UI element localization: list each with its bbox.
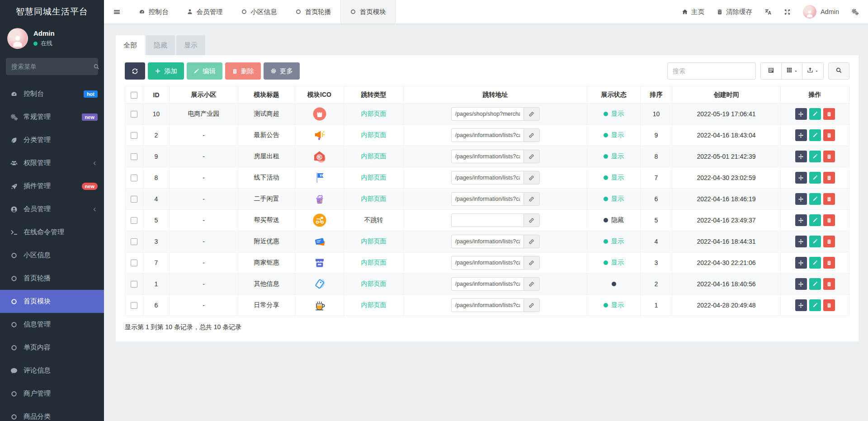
filter-tab-1[interactable]: 隐藏 xyxy=(146,35,175,55)
link-button[interactable] xyxy=(524,192,540,206)
topnav-tab-2[interactable]: 小区信息 xyxy=(232,0,286,24)
sidebar-item-8[interactable]: 首页轮播 xyxy=(0,267,104,290)
sidebar-item-9[interactable]: 首页模块 xyxy=(0,290,104,313)
hamburger-menu-icon[interactable] xyxy=(104,8,130,16)
export-button[interactable] xyxy=(802,63,823,79)
clear-cache-link[interactable]: 清除缓存 xyxy=(717,8,752,16)
table-search-input[interactable] xyxy=(667,62,756,80)
row-checkbox[interactable] xyxy=(131,111,137,118)
topnav-tab-3[interactable]: 首页轮播 xyxy=(286,0,340,24)
row-delete-button[interactable] xyxy=(823,299,835,311)
home-link[interactable]: 主页 xyxy=(682,8,704,16)
row-edit-button[interactable] xyxy=(809,299,821,311)
sidebar-item-0[interactable]: 控制台hot xyxy=(0,82,104,105)
refresh-button[interactable] xyxy=(125,62,145,80)
detail-view-button[interactable] xyxy=(761,63,782,79)
row-checkbox[interactable] xyxy=(131,260,137,266)
fullscreen-icon[interactable] xyxy=(784,9,791,15)
sidebar-item-5[interactable]: 会员管理 xyxy=(0,198,104,221)
topnav-tab-0[interactable]: 控制台 xyxy=(130,0,178,24)
row-delete-button[interactable] xyxy=(823,108,835,120)
row-edit-button[interactable] xyxy=(809,257,821,269)
move-button[interactable] xyxy=(795,278,807,290)
row-edit-button[interactable] xyxy=(809,129,821,141)
link-button[interactable] xyxy=(524,128,540,142)
row-checkbox[interactable] xyxy=(131,217,137,224)
row-edit-button[interactable] xyxy=(809,236,821,247)
row-delete-button[interactable] xyxy=(823,151,835,162)
link-button[interactable] xyxy=(524,298,540,312)
row-checkbox[interactable] xyxy=(131,196,137,203)
search-button[interactable] xyxy=(828,62,849,80)
sidebar-item-2[interactable]: 分类管理 xyxy=(0,128,104,151)
jump-url-input[interactable] xyxy=(451,277,524,291)
move-button[interactable] xyxy=(795,193,807,205)
link-button[interactable] xyxy=(524,171,540,184)
row-checkbox[interactable] xyxy=(131,302,137,309)
more-button[interactable]: 更多 xyxy=(264,62,300,80)
row-edit-button[interactable] xyxy=(809,108,821,120)
filter-tab-2[interactable]: 显示 xyxy=(176,35,205,55)
row-delete-button[interactable] xyxy=(823,172,835,184)
row-delete-button[interactable] xyxy=(823,193,835,205)
row-delete-button[interactable] xyxy=(823,257,835,269)
row-checkbox[interactable] xyxy=(131,132,137,139)
topnav-tab-1[interactable]: 会员管理 xyxy=(178,0,232,24)
edit-button[interactable]: 编辑 xyxy=(187,62,222,80)
add-button[interactable]: 添加 xyxy=(148,62,184,80)
user-menu[interactable]: Admin xyxy=(803,5,839,19)
move-button[interactable] xyxy=(795,108,807,120)
sidebar-item-14[interactable]: 商品分类 xyxy=(0,405,104,421)
jump-url-input[interactable] xyxy=(451,150,524,163)
link-button[interactable] xyxy=(524,256,540,270)
sidebar-item-11[interactable]: 单页内容 xyxy=(0,336,104,359)
jump-url-input[interactable] xyxy=(451,213,524,227)
row-delete-button[interactable] xyxy=(823,278,835,290)
sidebar-item-3[interactable]: 权限管理 xyxy=(0,151,104,175)
row-checkbox[interactable] xyxy=(131,281,137,288)
sidebar-item-12[interactable]: 评论信息 xyxy=(0,359,104,382)
link-button[interactable] xyxy=(524,213,540,227)
row-edit-button[interactable] xyxy=(809,278,821,290)
jump-url-input[interactable] xyxy=(451,171,524,184)
topnav-tab-4[interactable]: 首页模块 xyxy=(340,0,396,24)
row-checkbox[interactable] xyxy=(131,238,137,245)
row-edit-button[interactable] xyxy=(809,172,821,184)
sidebar-item-7[interactable]: 小区信息 xyxy=(0,244,104,267)
jump-url-input[interactable] xyxy=(451,235,524,248)
move-button[interactable] xyxy=(795,299,807,311)
translate-icon[interactable] xyxy=(764,8,772,15)
delete-button[interactable]: 删除 xyxy=(225,62,261,80)
sidebar-search-input[interactable] xyxy=(11,63,93,70)
row-edit-button[interactable] xyxy=(809,151,821,162)
jump-url-input[interactable] xyxy=(451,128,524,142)
row-checkbox[interactable] xyxy=(131,153,137,160)
row-checkbox[interactable] xyxy=(131,175,137,181)
link-button[interactable] xyxy=(524,150,540,163)
sidebar-item-10[interactable]: 信息管理 xyxy=(0,313,104,336)
row-delete-button[interactable] xyxy=(823,129,835,141)
row-delete-button[interactable] xyxy=(823,236,835,247)
columns-button[interactable] xyxy=(782,63,802,79)
sidebar-item-13[interactable]: 商户管理 xyxy=(0,382,104,405)
link-button[interactable] xyxy=(524,235,540,248)
move-button[interactable] xyxy=(795,214,807,226)
settings-gears-icon[interactable] xyxy=(851,8,859,15)
move-button[interactable] xyxy=(795,236,807,247)
move-button[interactable] xyxy=(795,257,807,269)
row-edit-button[interactable] xyxy=(809,214,821,226)
link-button[interactable] xyxy=(524,107,540,121)
row-delete-button[interactable] xyxy=(823,214,835,226)
filter-tab-0[interactable]: 全部 xyxy=(116,35,145,55)
row-edit-button[interactable] xyxy=(809,193,821,205)
select-all-checkbox[interactable] xyxy=(131,92,137,99)
sidebar-item-1[interactable]: 常规管理new xyxy=(0,105,104,128)
move-button[interactable] xyxy=(795,172,807,184)
jump-url-input[interactable] xyxy=(451,192,524,206)
jump-url-input[interactable] xyxy=(451,107,524,121)
jump-url-input[interactable] xyxy=(451,256,524,270)
move-button[interactable] xyxy=(795,151,807,162)
jump-url-input[interactable] xyxy=(451,298,524,312)
sidebar-item-6[interactable]: 在线命令管理 xyxy=(0,221,104,244)
sidebar-item-4[interactable]: 插件管理new xyxy=(0,175,104,198)
